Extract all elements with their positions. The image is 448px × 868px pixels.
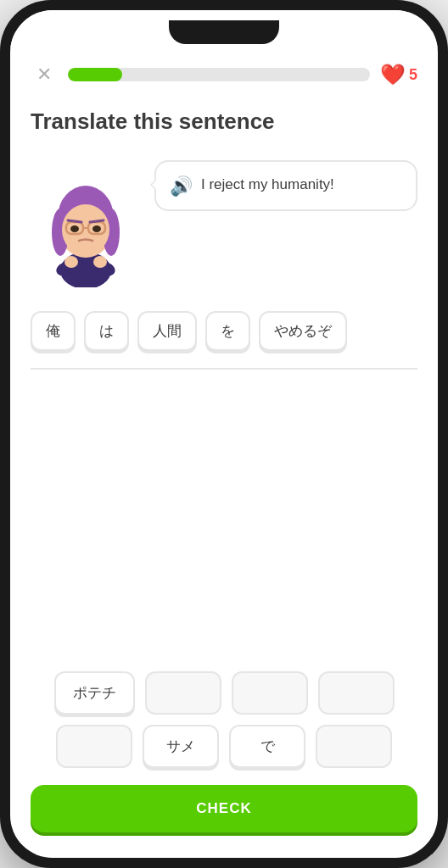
word-chip-yameru[interactable]: やめるぞ bbox=[259, 311, 347, 351]
progress-bar-fill bbox=[68, 68, 122, 81]
close-icon: ✕ bbox=[36, 65, 52, 84]
word-chip-wo[interactable]: を bbox=[205, 311, 250, 351]
answer-area bbox=[31, 387, 417, 651]
heart-count: 5 bbox=[409, 66, 417, 84]
word-row-1: ポテチ bbox=[31, 671, 417, 715]
svg-point-17 bbox=[64, 256, 78, 268]
word-chip-empty-5 bbox=[316, 725, 392, 768]
svg-point-11 bbox=[70, 225, 79, 232]
character-section: 🔊 I reject my humanity! bbox=[31, 152, 417, 287]
bubble-content: 🔊 I reject my humanity! bbox=[170, 174, 402, 198]
word-chip-potechi[interactable]: ポテチ bbox=[54, 671, 135, 715]
word-chip-empty-2 bbox=[232, 671, 308, 715]
svg-line-14 bbox=[90, 220, 104, 222]
character-container bbox=[31, 152, 141, 287]
bottom-section: CHECK bbox=[10, 785, 438, 858]
app-content: ✕ ❤️ 5 Translate this sentence bbox=[10, 47, 438, 671]
heart-icon: ❤️ bbox=[380, 63, 406, 86]
notch bbox=[169, 20, 279, 44]
progress-bar-container bbox=[68, 68, 370, 81]
word-chip-ningen[interactable]: 人間 bbox=[137, 311, 197, 351]
speech-bubble[interactable]: 🔊 I reject my humanity! bbox=[154, 160, 417, 211]
page-title: Translate this sentence bbox=[31, 108, 417, 135]
phone-shell: ✕ ❤️ 5 Translate this sentence bbox=[0, 0, 448, 868]
word-bank-bottom-grid: ポテチ サメ で bbox=[31, 671, 417, 768]
svg-line-13 bbox=[68, 220, 81, 222]
word-chip-de[interactable]: で bbox=[229, 725, 305, 768]
word-chip-empty-3 bbox=[318, 671, 395, 715]
character-avatar bbox=[31, 152, 141, 287]
word-chip-same[interactable]: サメ bbox=[143, 725, 219, 768]
header: ✕ ❤️ 5 bbox=[31, 61, 417, 88]
svg-point-7 bbox=[62, 204, 109, 255]
word-chip-ore[interactable]: 俺 bbox=[31, 311, 76, 351]
word-chip-empty-1 bbox=[145, 671, 221, 715]
word-row-2: サメ で bbox=[31, 725, 417, 768]
word-bank-bottom: ポテチ サメ で bbox=[10, 671, 438, 785]
close-button[interactable]: ✕ bbox=[31, 61, 58, 88]
svg-point-12 bbox=[92, 225, 101, 232]
phone-screen: ✕ ❤️ 5 Translate this sentence bbox=[10, 10, 438, 858]
hearts-display: ❤️ 5 bbox=[380, 63, 417, 86]
word-chip-empty-4 bbox=[56, 725, 132, 768]
check-button[interactable]: CHECK bbox=[31, 785, 417, 832]
word-chip-wa[interactable]: は bbox=[84, 311, 129, 351]
notch-bar bbox=[10, 10, 438, 47]
word-bank-top: 俺 は 人間 を やめるぞ bbox=[31, 311, 417, 370]
speaker-icon: 🔊 bbox=[170, 175, 193, 198]
svg-point-18 bbox=[93, 256, 107, 268]
bubble-text: I reject my humanity! bbox=[201, 174, 334, 196]
